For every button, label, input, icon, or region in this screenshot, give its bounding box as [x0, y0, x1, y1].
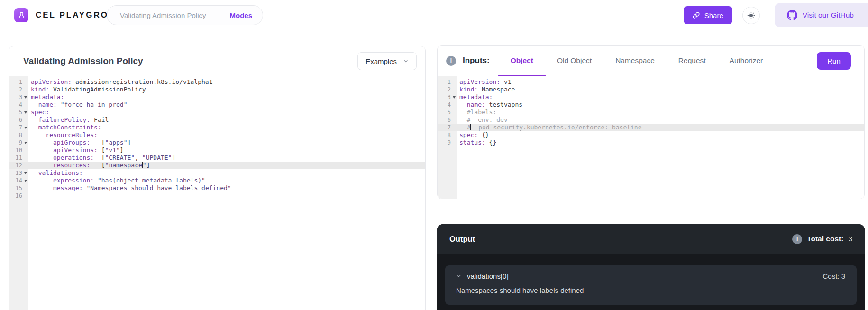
editor-gutter: 12345678910111213141516: [9, 76, 28, 310]
code-line: - apiGroups: ["apps"]: [28, 139, 425, 146]
fold-arrow-icon[interactable]: [24, 172, 27, 174]
fold-arrow-icon[interactable]: [24, 127, 27, 129]
editor-gutter: 123456789: [438, 76, 457, 199]
code-line: failurePolicy: Fail: [28, 116, 425, 124]
output-panel: Output i Total cost: 3 validations[0]Cos…: [437, 224, 865, 310]
code-line: kind: ValidatingAdmissionPolicy: [28, 86, 425, 93]
current-mode-label[interactable]: Validating Admission Policy: [107, 11, 219, 19]
share-button[interactable]: Share: [684, 6, 732, 24]
chevron-down-icon[interactable]: [456, 273, 462, 279]
code-line: spec:: [28, 109, 425, 116]
total-cost-value: 3: [848, 235, 852, 243]
github-button[interactable]: Visit our GitHub: [775, 3, 868, 27]
result-cost: Cost: 3: [822, 272, 845, 280]
line-number: 15: [9, 184, 28, 192]
line-number: 7: [9, 124, 28, 131]
line-number: 3: [438, 93, 457, 101]
header-actions: Share Visit our GitHub: [684, 0, 868, 30]
result-card: validations[0]Cost: 3Namespaces should h…: [445, 265, 857, 305]
output-title: Output: [449, 235, 475, 244]
code-line: # env: dev: [457, 116, 864, 124]
policy-panel-header: Validating Admission Policy Examples: [9, 46, 425, 76]
result-name: validations[0]: [467, 272, 509, 280]
code-line: matchConstraints:: [28, 124, 425, 131]
code-line: name: testvapns: [457, 101, 864, 109]
line-number: 10: [9, 146, 28, 154]
policy-panel-title: Validating Admission Policy: [23, 56, 143, 66]
fold-arrow-icon[interactable]: [24, 180, 27, 182]
chevron-down-icon: [403, 58, 409, 64]
inputs-panel: i Inputs: ObjectOld ObjectNamespaceReque…: [437, 45, 865, 199]
header-divider: [767, 9, 767, 21]
line-number: 6: [438, 116, 457, 124]
code-line: spec: {}: [457, 131, 864, 139]
flask-logo-icon: [14, 8, 28, 22]
tab-object[interactable]: Object: [511, 46, 533, 76]
code-line: [28, 192, 425, 200]
line-number: 8: [438, 131, 457, 139]
github-icon: [787, 10, 797, 20]
fold-arrow-icon[interactable]: [453, 96, 456, 99]
tab-namespace[interactable]: Namespace: [615, 46, 655, 76]
line-number: 8: [9, 131, 28, 139]
editor-code: apiVersion: v1kind: Namespacemetadata: n…: [457, 76, 864, 199]
output-body: validations[0]Cost: 3Namespaces should h…: [437, 254, 865, 310]
tab-authorizer[interactable]: Authorizer: [730, 46, 763, 76]
line-number: 13: [9, 169, 28, 177]
code-line: resources: ["namespace"]: [28, 162, 425, 169]
line-number: 16: [9, 192, 28, 200]
line-number: 7: [438, 124, 457, 131]
code-line: validations:: [28, 169, 425, 177]
fold-arrow-icon[interactable]: [24, 111, 27, 114]
info-icon[interactable]: i: [446, 56, 456, 66]
tab-request[interactable]: Request: [678, 46, 706, 76]
line-number: 4: [9, 101, 28, 109]
inputs-panel-header: i Inputs: ObjectOld ObjectNamespaceReque…: [438, 46, 864, 76]
code-line: kind: Namespace: [457, 86, 864, 93]
line-number: 5: [438, 109, 457, 116]
code-line: resourceRules:: [28, 131, 425, 139]
code-line: operations: ["CREATE", "UPDATE"]: [28, 154, 425, 162]
editor-code: apiVersion: admissionregistration.k8s.io…: [28, 76, 425, 310]
line-number: 1: [438, 78, 457, 86]
line-number: 9: [9, 139, 28, 146]
code-line: message: "Namespaces should have labels …: [28, 184, 425, 192]
code-line: apiVersion: admissionregistration.k8s.io…: [28, 78, 425, 86]
code-line: metadata:: [457, 93, 864, 101]
code-line: status: {}: [457, 139, 864, 146]
info-icon[interactable]: i: [792, 234, 802, 244]
code-line: metadata:: [28, 93, 425, 101]
result-message: Namespaces should have labels defined: [456, 286, 845, 294]
total-cost: i Total cost: 3: [792, 234, 852, 244]
run-button[interactable]: Run: [817, 52, 851, 70]
inputs-label: Inputs:: [463, 56, 490, 65]
line-number: 2: [438, 86, 457, 93]
inputs-editor[interactable]: 123456789 apiVersion: v1kind: Namespacem…: [438, 76, 864, 199]
examples-label: Examples: [365, 57, 397, 65]
sun-icon: [747, 11, 755, 19]
examples-button[interactable]: Examples: [357, 52, 417, 70]
line-number: 11: [9, 154, 28, 162]
total-cost-label: Total cost:: [807, 235, 843, 243]
policy-panel: Validating Admission Policy Examples 123…: [9, 46, 426, 310]
link-icon: [693, 12, 700, 19]
modes-button[interactable]: Modes: [219, 11, 263, 19]
line-number: 5: [9, 109, 28, 116]
code-line: # pod-security.kubernetes.io/enforce: ba…: [457, 124, 864, 131]
policy-editor[interactable]: 12345678910111213141516 apiVersion: admi…: [9, 76, 425, 310]
theme-toggle-button[interactable]: [742, 7, 760, 24]
line-number: 1: [9, 78, 28, 86]
fold-arrow-icon[interactable]: [24, 96, 27, 99]
line-number: 9: [438, 139, 457, 146]
tab-old-object[interactable]: Old Object: [557, 46, 592, 76]
inputs-tabs: ObjectOld ObjectNamespaceRequestAuthoriz…: [511, 46, 763, 76]
fold-arrow-icon[interactable]: [24, 142, 27, 144]
mode-selector: Validating Admission Policy Modes: [107, 5, 263, 25]
line-number: 2: [9, 86, 28, 93]
line-number: 4: [438, 101, 457, 109]
line-number: 6: [9, 116, 28, 124]
result-row[interactable]: validations[0]Cost: 3: [456, 272, 845, 280]
code-line: apiVersion: v1: [457, 78, 864, 86]
line-number: 12: [9, 162, 28, 169]
code-line: apiVersions: ["v1"]: [28, 146, 425, 154]
